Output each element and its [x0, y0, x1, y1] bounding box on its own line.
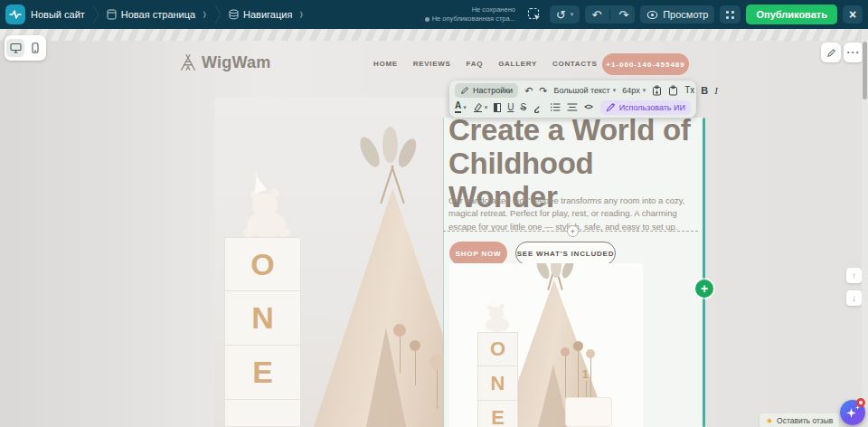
desktop-view-button[interactable] — [6, 39, 24, 57]
block-letter: E — [491, 406, 505, 427]
letter-block: N — [224, 291, 301, 346]
chevron-down-icon: ▾ — [613, 87, 617, 94]
close-icon: × — [849, 7, 856, 22]
publish-button[interactable]: Опубликовать — [746, 5, 837, 24]
pompom-decor — [429, 355, 444, 369]
layers-icon — [229, 9, 239, 20]
paste-button[interactable] — [652, 85, 662, 96]
redo-button[interactable]: ↷ — [539, 86, 547, 96]
clipboard-paste-icon — [652, 85, 662, 96]
pulse-icon — [9, 9, 22, 20]
site-brand[interactable]: WigWam — [178, 52, 270, 72]
more-options-button[interactable]: ··· — [844, 43, 863, 62]
site-brand-name: WigWam — [202, 53, 270, 72]
pompom-decor — [410, 340, 420, 351]
code-button[interactable]: <> — [584, 103, 592, 111]
breadcrumb-section[interactable]: Навигация ❭ — [229, 9, 304, 20]
history-button[interactable]: ↺ ▾ — [550, 5, 580, 24]
undo-button[interactable]: ↶ — [524, 86, 533, 96]
select-tool-button[interactable] — [524, 5, 544, 24]
letter-block: E — [477, 401, 518, 427]
link-button[interactable] — [533, 102, 543, 113]
chevron-down-icon: ▾ — [485, 104, 488, 110]
move-up-button[interactable]: ↑ — [846, 268, 862, 283]
app-logo[interactable] — [5, 5, 25, 24]
mobile-view-button[interactable] — [26, 39, 44, 57]
breadcrumb-page[interactable]: Новая страница ❭ — [107, 9, 207, 20]
ai-pen-icon — [606, 102, 616, 112]
status-dot-icon — [425, 17, 429, 22]
pompom-stick — [415, 351, 416, 385]
cake-topper-stick — [586, 381, 587, 397]
feather-decor — [395, 136, 420, 169]
underline-label: U — [507, 103, 514, 112]
divider — [609, 9, 610, 20]
italic-label: I — [714, 86, 718, 96]
align-center-icon — [567, 102, 578, 112]
strike-label: S — [520, 103, 526, 112]
font-size-value: 64px — [622, 86, 640, 95]
underline-button[interactable]: U — [507, 103, 514, 112]
feather-decor — [560, 263, 576, 280]
close-button[interactable]: × — [843, 5, 863, 24]
bullet-list-icon — [550, 102, 561, 112]
add-element-button[interactable]: + — [695, 280, 713, 298]
bullet-list-button[interactable] — [550, 102, 561, 112]
arrow-down-icon: ↓ — [852, 293, 856, 303]
letter-block: O — [477, 332, 518, 366]
edit-block-button[interactable] — [821, 43, 841, 62]
font-size-dropdown[interactable]: 64px ▾ — [622, 86, 646, 95]
nav-link-reviews[interactable]: REVIEWS — [413, 60, 451, 68]
toolbar-row-2: A ▾ ▾ U S <> Использовать ИИ — [455, 100, 691, 116]
italic-button[interactable]: I — [714, 86, 718, 96]
builder-window: Новый сайт Новая страница ❭ Навигация ❭ … — [0, 0, 868, 427]
letter-blocks: O N E — [477, 332, 518, 427]
text-style-dropdown[interactable]: Большой текст ▾ — [554, 86, 617, 95]
breadcrumb-site[interactable]: Новый сайт — [31, 9, 85, 20]
apps-button[interactable] — [720, 5, 741, 24]
add-block-button[interactable]: + — [567, 225, 579, 237]
feather-decor — [534, 263, 552, 280]
eye-icon — [646, 10, 658, 20]
save-status: Не сохранено Не опубликованная стра... — [425, 5, 515, 24]
block-letter: E — [252, 355, 273, 390]
nav-link-contacts[interactable]: CONTACTS — [552, 60, 597, 68]
text-style-value: Большой текст — [554, 86, 610, 95]
preview-button[interactable]: Просмотр — [640, 5, 714, 24]
fill-color-button[interactable] — [494, 103, 501, 112]
highlight-button[interactable]: ▾ — [473, 102, 488, 112]
breadcrumb-site-label: Новый сайт — [31, 9, 85, 20]
nav-link-gallery[interactable]: GALLERY — [498, 60, 537, 68]
redo-button[interactable]: ↷ — [618, 9, 628, 21]
text-color-button[interactable]: A ▾ — [455, 101, 467, 113]
use-ai-button[interactable]: Использовать ИИ — [600, 100, 691, 115]
bold-label: B — [701, 86, 708, 96]
hero-photo[interactable]: O N E — [214, 98, 446, 427]
move-down-button[interactable]: ↓ — [846, 290, 862, 306]
block-letter: O — [250, 247, 274, 282]
phone-button[interactable]: +1-000-140-455489 — [602, 53, 689, 75]
breadcrumb-section-label: Навигация — [243, 9, 292, 20]
copy-button[interactable] — [668, 85, 678, 96]
clear-format-button[interactable]: Tx — [684, 86, 694, 95]
settings-button[interactable]: Настройки — [455, 83, 518, 98]
feedback-button[interactable]: ★ Оставить отзыв — [760, 413, 839, 427]
link-icon — [533, 102, 543, 113]
badge-dot-icon — [859, 401, 863, 404]
scrollbar-thumb[interactable] — [863, 42, 867, 100]
card-photo[interactable]: O N E 1 — [449, 263, 643, 427]
mobile-icon — [32, 43, 39, 53]
column-guide-left — [443, 118, 444, 427]
align-button[interactable] — [567, 102, 578, 112]
nav-link-faq[interactable]: FAQ — [467, 60, 484, 68]
shop-now-button[interactable]: SHOP NOW — [449, 242, 507, 265]
undo-button[interactable]: ↶ — [591, 9, 601, 21]
chevron-down-icon: ▾ — [643, 87, 646, 94]
pompom-stick — [400, 337, 401, 373]
nav-link-home[interactable]: HOME — [373, 60, 398, 68]
strikethrough-button[interactable]: S — [520, 103, 526, 112]
hat-pompom — [253, 172, 259, 177]
bold-button[interactable]: B — [701, 86, 708, 96]
pompom-stick — [590, 357, 591, 397]
see-whats-included-button[interactable]: SEE WHAT'S INCLUDED — [515, 242, 616, 265]
